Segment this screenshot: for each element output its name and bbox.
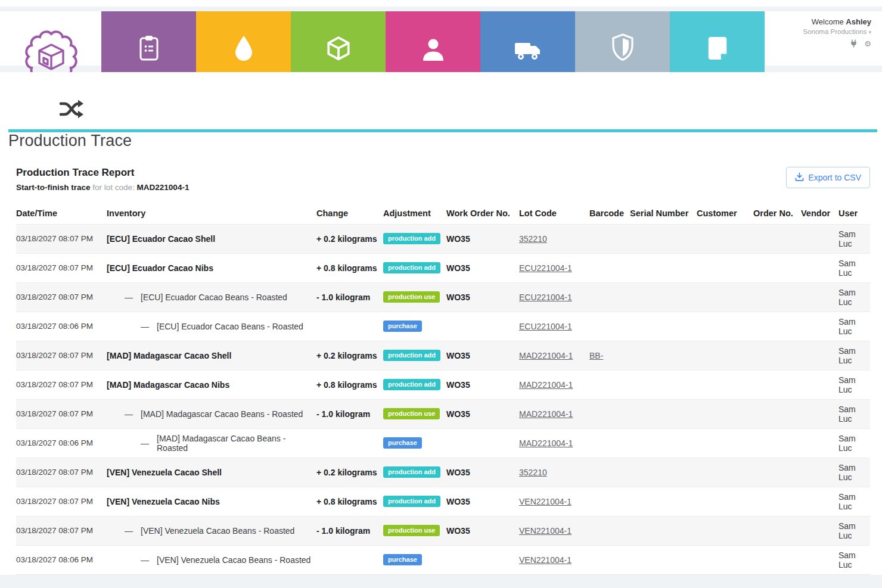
cell-lot-code: VEN221004-1: [519, 545, 589, 574]
lot-code-link[interactable]: MAD221004-1: [519, 438, 573, 448]
export-to-csv-button[interactable]: Export to CSV: [786, 167, 870, 188]
col-barcode: Barcode: [589, 209, 630, 225]
settings-gear-icon[interactable]: ⚙: [864, 40, 871, 48]
cell-order-no: [753, 370, 801, 399]
cell-order-no: [753, 399, 801, 428]
table-row: 03/18/2027 08:06 PM —[MAD] Madagascar Ca…: [16, 428, 870, 458]
cell-customer: [697, 399, 753, 428]
main-content: Production Trace Production Trace Report…: [0, 72, 882, 575]
col-datetime: Date/Time: [16, 209, 107, 225]
cell-serial-number: [630, 370, 697, 399]
page-title: Production Trace: [8, 132, 882, 150]
cell-serial-number: [630, 516, 697, 545]
cell-vendor: [801, 253, 838, 282]
cell-user: Sam Luc: [838, 399, 870, 428]
lot-code-link[interactable]: VEN221004-1: [519, 497, 572, 506]
report-title: Production Trace Report: [16, 167, 189, 179]
cell-barcode: [589, 312, 630, 341]
cell-change: - 1.0 kilogram: [316, 399, 383, 428]
barcode-link[interactable]: BB-: [589, 351, 603, 360]
clipboard-icon: [136, 32, 162, 63]
lot-code-link[interactable]: ECU221004-1: [519, 322, 572, 331]
col-serial-number: Serial Number: [630, 209, 697, 225]
cell-serial-number: [630, 458, 697, 487]
table-row: 03/18/2027 08:07 PM —[ECU] Ecuador Cacao…: [16, 282, 870, 312]
table-row: 03/18/2027 08:07 PM [ECU] Ecuador Cacao …: [16, 224, 870, 253]
adjustment-badge: production use: [383, 291, 440, 303]
cell-datetime: 03/18/2027 08:07 PM: [16, 341, 107, 370]
cell-vendor: [801, 545, 838, 574]
table-row: 03/18/2027 08:07 PM [ECU] Ecuador Cacao …: [16, 253, 870, 282]
child-dash-marker: —: [141, 555, 149, 565]
inventory-name: [VEN] Venezuela Cacao Shell: [107, 468, 222, 477]
cell-serial-number: [630, 341, 697, 370]
download-icon: [795, 172, 804, 183]
shield-icon: [610, 32, 636, 63]
cell-barcode: [589, 516, 630, 545]
inventory-name: [ECU] Ecuador Cacao Beans - Roasted: [157, 322, 303, 331]
cell-barcode: [589, 224, 630, 253]
cell-work-order: WO35: [446, 516, 519, 545]
cell-order-no: [753, 516, 801, 545]
cell-vendor: [801, 458, 838, 487]
report-heading-block: Production Trace Report Start-to-finish …: [16, 167, 189, 192]
cell-change: + 0.8 kilograms: [316, 487, 383, 516]
cell-change: + 0.8 kilograms: [316, 370, 383, 399]
lot-code-link[interactable]: ECU221004-1: [519, 293, 572, 302]
cell-adjustment: purchase: [383, 312, 446, 341]
cell-change: - 1.0 kilogram: [316, 282, 383, 312]
cell-barcode: [589, 458, 630, 487]
cell-lot-code: MAD221004-1: [519, 399, 589, 428]
cell-inventory: [MAD] Madagascar Cacao Nibs: [107, 370, 316, 399]
cell-user: Sam Luc: [838, 545, 870, 574]
cell-customer: [697, 312, 753, 341]
adjustment-badge: purchase: [383, 321, 422, 332]
cell-user: Sam Luc: [838, 516, 870, 545]
cell-barcode: BB-: [589, 341, 630, 370]
table-row: 03/18/2027 08:07 PM —[MAD] Madagascar Ca…: [16, 399, 870, 428]
cell-datetime: 03/18/2027 08:07 PM: [16, 458, 107, 487]
cell-adjustment: production add: [383, 487, 446, 516]
cell-vendor: [801, 516, 838, 545]
lot-code-link[interactable]: 352210: [519, 234, 547, 244]
lot-code-link[interactable]: ECU221004-1: [519, 263, 572, 273]
user-area: Welcome Ashley Sonoma Productions ▾ ⚙: [803, 17, 872, 49]
adjustment-badge: purchase: [383, 437, 422, 449]
lot-code-link[interactable]: MAD221004-1: [519, 409, 573, 419]
production-trace-table: Date/Time Inventory Change Adjustment Wo…: [16, 209, 870, 575]
cell-datetime: 03/18/2027 08:07 PM: [16, 399, 107, 428]
cell-inventory: [VEN] Venezuela Cacao Nibs: [107, 487, 316, 516]
cell-datetime: 03/18/2027 08:06 PM: [16, 428, 107, 458]
cell-inventory: [ECU] Ecuador Cacao Shell: [107, 224, 316, 253]
lot-code-link[interactable]: MAD221004-1: [519, 380, 573, 390]
cell-lot-code: MAD221004-1: [519, 428, 589, 458]
cell-work-order: WO35: [446, 370, 519, 399]
cell-user: Sam Luc: [838, 370, 870, 399]
cell-serial-number: [630, 399, 697, 428]
cell-order-no: [753, 458, 801, 487]
cell-user: Sam Luc: [838, 428, 870, 458]
adjustment-badge: production add: [383, 233, 440, 244]
cell-datetime: 03/18/2027 08:07 PM: [16, 224, 107, 253]
cell-change: [316, 312, 383, 341]
inventory-name: [VEN] Venezuela Cacao Beans - Roasted: [157, 555, 310, 565]
lot-code-link[interactable]: 352210: [519, 468, 547, 477]
power-plug-icon[interactable]: [850, 39, 857, 49]
cell-adjustment: production add: [383, 458, 446, 487]
lot-code-link[interactable]: MAD221004-1: [519, 351, 573, 360]
report-page-icon: [705, 32, 730, 63]
cell-adjustment: production add: [383, 370, 446, 399]
cell-datetime: 03/18/2027 08:07 PM: [16, 370, 107, 399]
lot-code-link[interactable]: VEN221004-1: [519, 526, 572, 536]
cell-adjustment: purchase: [383, 545, 446, 574]
cell-inventory: [ECU] Ecuador Cacao Nibs: [107, 253, 316, 282]
cell-vendor: [801, 282, 838, 312]
cell-adjustment: production use: [383, 399, 446, 428]
child-dash-marker: —: [125, 409, 133, 419]
col-change: Change: [316, 209, 383, 225]
account-dropdown[interactable]: Sonoma Productions ▾: [803, 28, 872, 35]
adjustment-badge: purchase: [383, 554, 422, 565]
cell-serial-number: [630, 224, 697, 253]
lot-code-link[interactable]: VEN221004-1: [519, 555, 572, 565]
cell-work-order: WO35: [446, 253, 519, 282]
